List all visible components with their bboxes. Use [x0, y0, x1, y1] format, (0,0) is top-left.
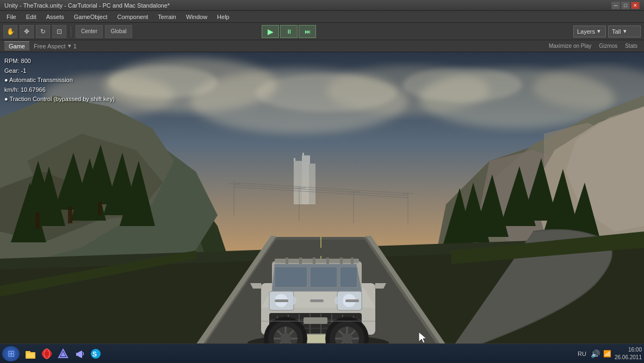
menu-bar: File Edit Assets GameObject Component Te… — [0, 11, 644, 23]
menu-gameobject[interactable]: GameObject — [70, 12, 112, 21]
language-indicator: RU — [577, 351, 587, 357]
playback-controls: ▶ ⏸ ⏭ — [262, 25, 316, 38]
taskbar-icon-audio[interactable] — [72, 346, 87, 361]
window-title: Unity - TheTrack.unity - CarTutorial - P… — [4, 2, 170, 9]
svg-point-9 — [403, 67, 522, 102]
layers-dropdown[interactable]: Layers ▾ — [573, 26, 606, 37]
layout-arrow-icon: ▾ — [623, 28, 627, 35]
svg-point-8 — [256, 74, 397, 112]
scale-tool-button[interactable]: ⊡ — [52, 25, 66, 38]
svg-rect-135 — [26, 351, 30, 353]
stats-button[interactable]: Stats — [623, 42, 640, 49]
menu-file[interactable]: File — [2, 12, 21, 21]
svg-rect-43 — [294, 158, 295, 161]
taskbar-icon-explorer[interactable] — [23, 346, 38, 361]
space-button[interactable]: Global — [105, 25, 132, 38]
svg-rect-79 — [275, 267, 307, 287]
toolbar-right: Layers ▾ Tall ▾ — [573, 26, 641, 37]
free-aspect-label: Free Aspect — [34, 43, 66, 49]
svg-rect-81 — [340, 267, 357, 287]
clock-time: 16:00 — [615, 346, 642, 354]
taskbar-right: RU 🔊 📶 16:00 26.06.2011 — [577, 346, 642, 361]
hud-traction: ● Traction Control (bypassed by shift ke… — [4, 95, 115, 104]
space-label: Global — [111, 28, 127, 34]
clock-date: 26.06.2011 — [615, 354, 642, 361]
svg-rect-41 — [302, 155, 310, 204]
hud-speed: km/h: 10.67966 — [4, 85, 115, 95]
system-clock[interactable]: 16:00 26.06.2011 — [615, 346, 642, 361]
menu-edit[interactable]: Edit — [22, 12, 41, 21]
svg-rect-75 — [326, 258, 329, 264]
svg-rect-44 — [302, 153, 304, 155]
menu-help[interactable]: Help — [213, 12, 234, 21]
hud-transmission: ● Automatic Transmission — [4, 76, 115, 85]
taskbar-icon-unity[interactable] — [55, 346, 71, 361]
hud-rpm: RPM: 800 — [4, 57, 115, 66]
hud-overlay: RPM: 800 Gear: -1 ● Automatic Transmissi… — [4, 57, 115, 104]
svg-rect-77 — [351, 258, 354, 264]
svg-rect-72 — [286, 258, 288, 264]
taskbar-icon-skype[interactable]: S — [88, 346, 103, 361]
svg-rect-104 — [310, 299, 324, 302]
layout-label: Tall — [612, 28, 621, 35]
svg-rect-74 — [313, 258, 315, 264]
svg-rect-80 — [310, 267, 337, 287]
panel-header: Game Free Aspect ▾ 1 Maximize on Play Gi… — [0, 40, 644, 52]
hud-gear: Gear: -1 — [4, 66, 115, 76]
play-button[interactable]: ▶ — [262, 25, 279, 38]
svg-rect-142 — [76, 353, 78, 356]
close-button[interactable]: ✕ — [631, 2, 640, 9]
svg-marker-143 — [78, 351, 82, 358]
svg-point-137 — [42, 349, 52, 359]
menu-window[interactable]: Window — [182, 12, 212, 21]
pivot-button[interactable]: Center — [76, 25, 103, 38]
menu-assets[interactable]: Assets — [42, 12, 69, 21]
scene-container: RPM: 800 Gear: -1 ● Automatic Transmissi… — [0, 52, 644, 355]
title-bar: Unity - TheTrack.unity - CarTutorial - P… — [0, 0, 644, 11]
taskbar: ⊞ S RU — [0, 343, 644, 363]
svg-rect-25 — [68, 207, 72, 223]
network-icon[interactable]: 📶 — [603, 350, 611, 358]
svg-rect-76 — [340, 258, 343, 264]
maximize-button[interactable]: □ — [621, 2, 630, 9]
window-controls: ─ □ ✕ — [611, 2, 640, 9]
panel-options: Maximize on Play Gizmos Stats — [547, 42, 640, 49]
volume-icon[interactable]: 🔊 — [591, 349, 600, 358]
svg-rect-103 — [275, 299, 288, 302]
pivot-label: Center — [81, 28, 97, 34]
game-viewport[interactable]: RPM: 800 Gear: -1 ● Automatic Transmissi… — [0, 52, 644, 355]
svg-rect-73 — [299, 258, 302, 264]
move-tool-button[interactable]: ✥ — [20, 25, 34, 38]
svg-text:S: S — [92, 351, 97, 358]
minimize-button[interactable]: ─ — [611, 2, 620, 9]
svg-rect-94 — [304, 317, 327, 324]
pause-button[interactable]: ⏸ — [280, 25, 298, 38]
svg-point-100 — [335, 296, 343, 305]
hand-tool-button[interactable]: ✋ — [3, 25, 17, 38]
svg-rect-136 — [27, 353, 34, 358]
start-button[interactable]: ⊞ — [2, 346, 20, 361]
menu-terrain[interactable]: Terrain — [153, 12, 181, 21]
free-aspect-selector[interactable]: Free Aspect ▾ 1 — [34, 42, 77, 49]
windows-logo-icon: ⊞ — [8, 348, 15, 359]
taskbar-icon-opera[interactable] — [39, 346, 54, 361]
svg-rect-42 — [309, 164, 315, 204]
layers-label: Layers — [577, 28, 595, 35]
game-tab[interactable]: Game — [4, 41, 29, 51]
svg-point-99 — [288, 296, 296, 305]
rotate-tool-button[interactable]: ↻ — [36, 25, 50, 38]
gizmos-button[interactable]: Gizmos — [597, 42, 620, 49]
toolbar-sep-1 — [71, 26, 71, 37]
step-button[interactable]: ⏭ — [299, 25, 316, 38]
svg-rect-105 — [345, 299, 359, 302]
game-tab-label: Game — [9, 43, 25, 49]
menu-component[interactable]: Component — [113, 12, 152, 21]
game-panel: RPM: 800 Gear: -1 ● Automatic Transmissi… — [0, 52, 644, 355]
free-aspect-arrow: ▾ — [68, 42, 71, 49]
svg-rect-26 — [98, 202, 102, 215]
layout-dropdown[interactable]: Tall ▾ — [608, 26, 641, 37]
toolbar: ✋ ✥ ↻ ⊡ Center Global ▶ ⏸ ⏭ Layers ▾ Tal… — [0, 23, 644, 40]
free-aspect-value: 1 — [73, 43, 77, 49]
svg-rect-24 — [35, 212, 40, 229]
maximize-on-play-button[interactable]: Maximize on Play — [547, 42, 593, 49]
